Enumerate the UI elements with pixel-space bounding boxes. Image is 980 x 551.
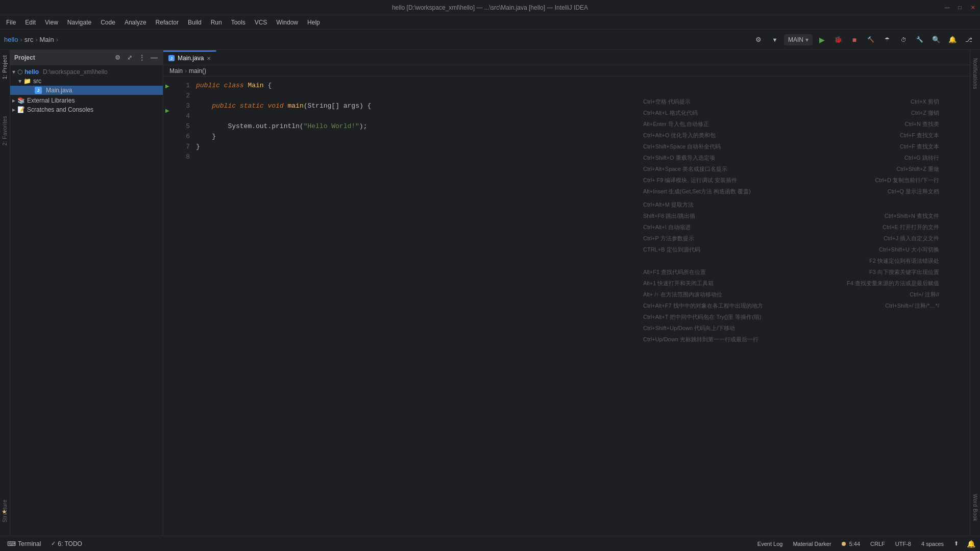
right-tab-wordbook[interactable]: Word Book (971, 490, 979, 525)
editor-tab-main-java[interactable]: J Main.java ✕ (163, 51, 216, 65)
run-arrow-main[interactable]: ▶ (163, 105, 172, 115)
line-num: 3 (174, 101, 190, 111)
tab-label: Main.java (178, 55, 204, 62)
tree-item-label: hello (24, 68, 39, 76)
project-panel-header: Project ⚙ ⤢ ⋮ — (10, 50, 163, 65)
run-arrow-class[interactable]: ▶ (163, 81, 172, 91)
git-status[interactable]: ⬆ (951, 539, 962, 548)
tab-file-icon: J (168, 55, 175, 61)
git-icon: ⬆ (954, 540, 959, 546)
tree-expand-icon: ▾ (12, 68, 15, 76)
more-tools-button[interactable]: 🔧 (913, 33, 927, 47)
close-button[interactable]: ✕ (969, 4, 976, 11)
coverage-button[interactable]: ☂ (880, 33, 894, 47)
code-content[interactable]: public class Main { public static void m… (192, 77, 970, 536)
folder-icon: 📁 (23, 78, 31, 85)
debug-button[interactable]: 🐞 (831, 33, 845, 47)
bottom-bar: ⌨ Terminal ✓ 6: TODO Event Log Material … (0, 536, 980, 551)
tree-item-external-libraries[interactable]: ▸ 📚 External Libraries (10, 96, 163, 105)
code-line-1: public class Main { (192, 81, 970, 91)
menubar: FileEditViewNavigateCodeAnalyzeRefactorB… (0, 15, 980, 30)
right-tab-notifications[interactable]: Notifications (971, 54, 979, 93)
code-editor[interactable]: ▶ ▶ 1 2 3 4 5 6 7 8 public class Main { … (163, 77, 970, 536)
run-button[interactable]: ▶ (815, 33, 829, 47)
config-arrow-button[interactable]: ▼ (768, 33, 782, 47)
theme-status[interactable]: Material Darker (790, 540, 834, 548)
breadcrumb-hello[interactable]: hello (4, 36, 18, 43)
sidebar-tab-project[interactable]: 1: Project (1, 52, 9, 82)
tree-item-src[interactable]: ▾ 📁 src (10, 77, 163, 86)
menu-item-code[interactable]: Code (96, 17, 119, 28)
terminal-button[interactable]: ⌨ Terminal (4, 539, 44, 548)
menu-item-window[interactable]: Window (272, 17, 302, 28)
line-num: 5 (174, 121, 190, 132)
event-log-button[interactable]: Event Log (754, 540, 786, 548)
menu-item-refactor[interactable]: Refactor (152, 17, 183, 28)
line-num: 8 (174, 152, 190, 162)
menu-item-edit[interactable]: Edit (21, 17, 40, 28)
time-label: 5:44 (849, 541, 860, 547)
project-options-icon[interactable]: ⋮ (137, 53, 146, 62)
run-config-dropdown-icon: ▾ (805, 36, 808, 43)
menu-item-analyze[interactable]: Analyze (120, 17, 151, 28)
stop-button[interactable]: ■ (847, 33, 862, 47)
tree-item-scratches[interactable]: ▸ 📝 Scratches and Consoles (10, 105, 163, 114)
search-everywhere-button[interactable]: 🔍 (929, 33, 943, 47)
tree-item-main-java[interactable]: J Main.java (10, 86, 163, 95)
breadcrumb-src[interactable]: src (24, 36, 33, 43)
line-num: 2 (174, 91, 190, 101)
breadcrumb-main[interactable]: Main (40, 36, 54, 43)
menu-item-vcs[interactable]: VCS (251, 17, 272, 28)
menu-item-file[interactable]: File (2, 17, 20, 28)
menu-item-navigate[interactable]: Navigate (63, 17, 95, 28)
tree-item-label: Scratches and Consoles (27, 106, 93, 113)
settings-button[interactable]: ⚙ (751, 33, 766, 47)
breadcrumb-bar: Main › main() (163, 65, 970, 77)
breadcrumb-method-link[interactable]: main() (189, 67, 206, 74)
indent-status[interactable]: 4 spaces (918, 540, 947, 548)
run-gutter: ▶ ▶ (163, 77, 172, 536)
profile-button[interactable]: ⏱ (896, 33, 911, 47)
tree-item-hello[interactable]: ▾ ⬡ hello D:\workspace_xml\hello (10, 67, 163, 77)
minimize-button[interactable]: — (944, 4, 950, 11)
notifications-button[interactable]: 🔔 (945, 33, 960, 47)
ext-lib-icon: 📚 (17, 97, 25, 104)
breadcrumb-main-link[interactable]: Main (169, 67, 183, 74)
menu-item-tools[interactable]: Tools (227, 17, 250, 28)
notifications-icon[interactable]: 🔔 (966, 539, 976, 549)
todo-button[interactable]: ✓ 6: TODO (48, 539, 85, 548)
crlf-label: CRLF (870, 541, 885, 547)
tree-item-label: src (33, 78, 41, 85)
tab-close-icon[interactable]: ✕ (207, 56, 211, 61)
menu-item-run[interactable]: Run (207, 17, 226, 28)
java-file-icon: J (35, 87, 42, 94)
tree-item-path: D:\workspace_xml\hello (43, 68, 108, 76)
run-configuration[interactable]: MAIN ▾ (784, 34, 813, 45)
theme-label: Material Darker (793, 541, 831, 547)
menu-item-build[interactable]: Build (184, 17, 206, 28)
build-button[interactable]: 🔨 (864, 33, 878, 47)
project-panel-title: Project (14, 54, 35, 61)
sidebar-tab-favorites[interactable]: 2: Favorites (1, 113, 9, 148)
todo-icon: ✓ (51, 540, 56, 547)
menu-item-view[interactable]: View (41, 17, 62, 28)
scratch-icon: 📝 (17, 106, 25, 113)
code-line-2 (192, 91, 970, 101)
git-button[interactable]: ⎇ (962, 33, 976, 47)
code-line-6: } (192, 132, 970, 142)
maximize-button[interactable]: □ (957, 4, 963, 11)
line-num: 1 (174, 81, 190, 91)
project-close-icon[interactable]: — (150, 53, 159, 62)
project-settings-icon[interactable]: ⚙ (113, 53, 122, 62)
breadcrumb: hello › src › Main › (4, 36, 58, 43)
time-status: 5:44 (839, 540, 863, 548)
todo-label: 6: TODO (58, 540, 82, 547)
code-line-5: System.out.println("Hello World!"); (192, 121, 970, 132)
code-line-8 (192, 152, 970, 162)
project-panel: Project ⚙ ⤢ ⋮ — ▾ ⬡ hello D:\workspace_x… (10, 50, 163, 536)
menu-item-help[interactable]: Help (303, 17, 324, 28)
crlf-status[interactable]: CRLF (867, 540, 888, 548)
project-expand-icon[interactable]: ⤢ (125, 53, 134, 62)
encoding-status[interactable]: UTF-8 (892, 540, 914, 548)
favorites-star[interactable]: ★ (2, 508, 7, 515)
